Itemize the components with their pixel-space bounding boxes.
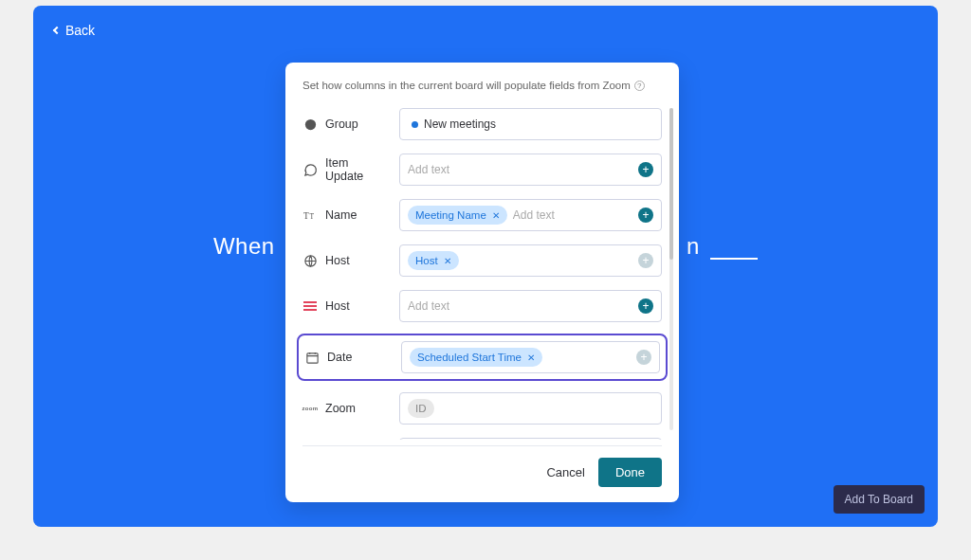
item-update-input[interactable]: Add text + — [399, 154, 662, 186]
field-label: Host — [325, 299, 350, 313]
file-input[interactable] — [399, 438, 662, 440]
scrollbar-thumb[interactable] — [669, 108, 673, 260]
back-button[interactable]: Back — [54, 23, 95, 38]
zoom-icon: zoom — [302, 401, 318, 416]
field-mapping-modal: Set how columns in the current board wil… — [285, 63, 679, 502]
field-label: Item Update — [325, 156, 390, 183]
modal-footer: Cancel Done — [285, 458, 679, 487]
field-label: Group — [325, 117, 358, 131]
add-icon[interactable]: + — [638, 298, 653, 314]
field-row-file: File — [302, 436, 662, 440]
host-tag-input[interactable]: Host ✕ + — [399, 244, 662, 277]
done-button[interactable]: Done — [598, 458, 662, 487]
tag-id: ID — [408, 399, 434, 418]
info-icon[interactable]: ? — [634, 81, 645, 91]
svg-text:T: T — [303, 211, 309, 221]
add-icon[interactable]: + — [638, 253, 653, 268]
field-label: Host — [325, 254, 350, 267]
circle-icon — [302, 117, 318, 132]
tag-scheduled-time[interactable]: Scheduled Start Time ✕ — [410, 348, 542, 367]
add-icon[interactable]: + — [638, 208, 653, 223]
svg-point-0 — [304, 118, 315, 129]
cancel-button[interactable]: Cancel — [546, 465, 584, 479]
text-icon: TT — [302, 208, 318, 223]
tag-meeting-name[interactable]: Meeting Name ✕ — [408, 206, 507, 225]
modal-scroll-area[interactable]: Set how columns in the current board wil… — [285, 80, 679, 440]
bullet-icon — [412, 121, 418, 128]
group-input[interactable]: New meetings — [399, 108, 662, 140]
field-row-group: Group New meetings — [302, 106, 662, 142]
field-label: Date — [327, 351, 352, 364]
add-icon[interactable]: + — [638, 162, 653, 177]
remove-tag-icon[interactable]: ✕ — [492, 210, 500, 221]
remove-tag-icon[interactable]: ✕ — [444, 256, 451, 266]
lines-icon — [302, 298, 318, 314]
divider — [302, 445, 662, 446]
svg-text:T: T — [309, 212, 314, 221]
field-row-host-text: Host Add text + — [302, 288, 662, 324]
name-input[interactable]: Meeting Name ✕ Add text + — [399, 199, 662, 231]
placeholder: Add text — [408, 299, 449, 313]
group-value: New meetings — [424, 117, 496, 131]
field-row-name: TT Name Meeting Name ✕ Add text + — [302, 197, 662, 233]
placeholder: Add text — [408, 163, 449, 176]
globe-icon — [302, 253, 318, 268]
tag-host[interactable]: Host ✕ — [408, 251, 459, 270]
add-to-board-button[interactable]: Add To Board — [834, 485, 925, 514]
field-row-zoom: zoom Zoom ID — [302, 390, 662, 426]
svg-rect-4 — [306, 352, 317, 362]
placeholder: Add text — [513, 208, 555, 222]
remove-tag-icon[interactable]: ✕ — [527, 352, 535, 363]
field-row-date: Date Scheduled Start Time ✕ + — [297, 334, 668, 381]
zoom-input[interactable]: ID — [399, 392, 662, 425]
field-row-item-update: Item Update Add text + — [302, 152, 662, 188]
back-label: Back — [65, 23, 95, 38]
host-text-input[interactable]: Add text + — [399, 290, 662, 322]
field-label: Zoom — [325, 402, 356, 415]
date-input[interactable]: Scheduled Start Time ✕ + — [401, 341, 660, 373]
calendar-icon — [304, 350, 320, 365]
modal-description: Set how columns in the current board wil… — [302, 80, 662, 91]
add-icon[interactable]: + — [636, 350, 651, 365]
main-canvas: Back When n Set how columns in the curre… — [33, 6, 938, 527]
field-label: Name — [325, 208, 357, 222]
speech-bubble-icon — [302, 162, 318, 177]
chevron-left-icon — [53, 27, 61, 34]
field-row-host-tag: Host Host ✕ + — [302, 243, 662, 279]
